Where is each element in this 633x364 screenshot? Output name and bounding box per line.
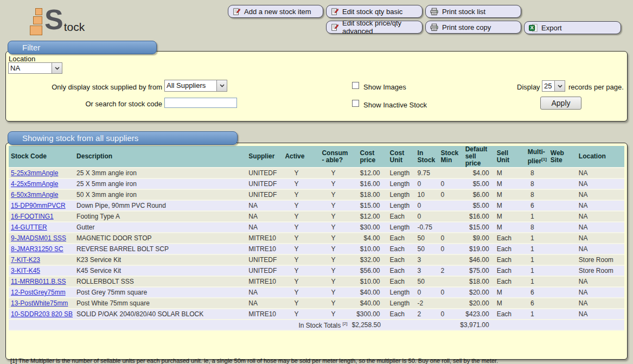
add-stock-item-button[interactable]: Add a new stock item	[228, 5, 323, 18]
supplier-select[interactable]: All Suppliers	[164, 80, 227, 92]
cell-stock_code: 4-25x5mmAngle	[9, 179, 74, 190]
stock-code-link[interactable]: 9-JMADSM01 SSS	[11, 234, 66, 242]
location-select[interactable]: NA	[8, 62, 62, 74]
cell-description: K45 Service Kit	[74, 266, 242, 277]
location-select-value: NA	[9, 63, 52, 73]
stock-code-search-input[interactable]	[164, 98, 237, 108]
cell-multiplier: 1	[521, 255, 544, 266]
cell-sell_unit: M	[491, 190, 521, 201]
edit-icon	[331, 8, 338, 16]
apply-button[interactable]: Apply	[540, 97, 581, 110]
cell-active: Y	[278, 298, 315, 309]
table-row: 11-MRRB011.B.SSROLLERBOLT SSSMITRE10YY$1…	[9, 277, 624, 288]
stock-code-link[interactable]: 12-PostGrey75mm	[11, 289, 66, 296]
cell-web_site	[544, 179, 566, 190]
stock-code-link[interactable]: 3-KIT-K45	[11, 267, 40, 274]
showing-stock-tab: Showing stock from all suppliers	[8, 131, 238, 145]
chevron-down-icon	[52, 63, 62, 73]
table-row: 15-DP90mmPVCRDown Pipe, 90mm PVC RoundNA…	[9, 201, 624, 212]
cell-cost_price: $56.00	[352, 266, 383, 277]
edit-stock-price-qty-advanced-button[interactable]: Edit stock price/qty advanced	[326, 21, 423, 34]
cell-stock_min	[434, 168, 458, 179]
cell-default_sell_price: $5.00	[458, 201, 491, 212]
stock-code-link[interactable]: 4-25x5mmAngle	[11, 180, 58, 188]
cell-supplier: UNITEDF	[242, 179, 278, 190]
table-row: 4-25x5mmAngle25 X 5mm angle ironUNITEDFY…	[9, 179, 624, 190]
cost-price-total: $2,258.50	[352, 320, 383, 331]
cell-stock_code: 10-SDDR203 820 SB	[9, 309, 74, 320]
cell-location: NA	[566, 309, 624, 320]
cell-location: NA	[566, 190, 624, 201]
filter-panel: Location NA Only display stock supplied …	[5, 51, 628, 122]
print-stock-list-button[interactable]: Print stock list	[425, 5, 521, 18]
cell-multiplier: 1	[521, 309, 544, 320]
stock-code-link[interactable]: 16-FOOTING1	[11, 213, 54, 220]
cell-web_site	[544, 266, 566, 277]
cell-cost_unit: Each	[383, 255, 411, 266]
stock-code-link[interactable]: 6-50x3mmAngle	[11, 191, 58, 199]
cell-sell_unit: M	[491, 168, 521, 179]
cell-sell_unit: M	[491, 179, 521, 190]
cell-multiplier: 6	[521, 298, 544, 309]
stock-code-link[interactable]: 8-JMAR31250 SC	[11, 245, 63, 253]
stock-code-link[interactable]: 5-25x3mmAngle	[11, 169, 58, 177]
cell-sell_unit: Each	[491, 266, 521, 277]
cell-cost_price: $15.00	[352, 201, 383, 212]
cell-location: NA	[566, 201, 624, 212]
edit-stock-qty-basic-button[interactable]: Edit stock qty basic	[326, 5, 423, 18]
show-inactive-stock-checkbox[interactable]	[352, 100, 359, 107]
stock-code-link[interactable]: 15-DP90mmPVCR	[11, 202, 66, 209]
cell-web_site	[544, 255, 566, 266]
cell-in_stock: 50	[411, 233, 434, 244]
cell-cost_unit: Length	[383, 168, 411, 179]
cell-web_site	[544, 277, 566, 288]
cell-stock_min: 0	[434, 233, 458, 244]
cell-location: NA	[566, 277, 624, 288]
cell-cost_price: $300.00	[352, 309, 383, 320]
cell-cost_price: $4.00	[352, 233, 383, 244]
cell-sell_unit: Each	[491, 244, 521, 255]
records-per-page-select[interactable]: 25	[542, 80, 565, 92]
edit-icon	[233, 8, 240, 16]
cell-cost_price: $16.00	[352, 179, 383, 190]
table-row: 12-PostGrey75mmPost Grey 75mm squareNAYY…	[9, 288, 624, 298]
cell-multiplier: 1	[521, 244, 544, 255]
cell-multiplier: 1	[521, 212, 544, 222]
cell-cost_price: $12.00	[352, 212, 383, 222]
edit-icon	[331, 23, 338, 31]
cell-active: Y	[278, 277, 315, 288]
cell-description: Post Grey 75mm square	[74, 288, 242, 298]
cell-in_stock: 2	[411, 309, 434, 320]
cell-default_sell_price: $46.00	[458, 255, 491, 266]
table-row: 8-JMAR31250 SCREVERSE BARREL BOLT SCPMIT…	[9, 244, 624, 255]
table-row: 16-FOOTING1Footing Type ANAYY$12.00Each0…	[9, 212, 624, 222]
cell-location: NA	[566, 222, 624, 233]
cell-consumable: Y	[315, 212, 351, 222]
stock-code-link[interactable]: 14-GUTTER	[11, 223, 47, 231]
print-store-copy-button[interactable]: Print store copy	[425, 21, 521, 34]
stock-code-link[interactable]: 10-SDDR203 820 SB	[11, 310, 73, 318]
cell-consumable: Y	[315, 201, 351, 212]
totals-spacer	[383, 320, 458, 331]
cell-web_site	[544, 288, 566, 298]
table-row: 5-25x3mmAngle25 X 3mm angle ironUNITEDFY…	[9, 168, 624, 179]
button-label: Export	[541, 24, 562, 32]
cell-description: 50 X 3mm angle iron	[74, 190, 242, 201]
cell-stock_code: 8-JMAR31250 SC	[9, 244, 74, 255]
stock-code-link[interactable]: 11-MRRB011.B.SS	[11, 278, 66, 285]
cell-stock_min: 0	[434, 179, 458, 190]
cell-default_sell_price: $5.00	[458, 179, 491, 190]
stock-code-link[interactable]: 13-PostWhite75mm	[11, 299, 68, 307]
stock-code-link[interactable]: 7-KIT-K23	[11, 256, 40, 264]
cell-cost_unit: Length	[383, 222, 411, 233]
button-label: Print stock list	[442, 8, 485, 16]
col-header-location: Location	[566, 146, 624, 168]
cell-default_sell_price: $75.00	[458, 266, 491, 277]
records-per-page-value: 25	[542, 81, 554, 91]
export-button[interactable]: XExport	[524, 21, 621, 34]
footnotes: [1] The Multiplier is the number of sell…	[10, 357, 623, 364]
show-images-checkbox[interactable]	[352, 82, 359, 89]
cell-default_sell_price: $9.00	[458, 233, 491, 244]
cell-active: Y	[278, 266, 315, 277]
col-header-in_stock: InStock	[411, 146, 434, 168]
